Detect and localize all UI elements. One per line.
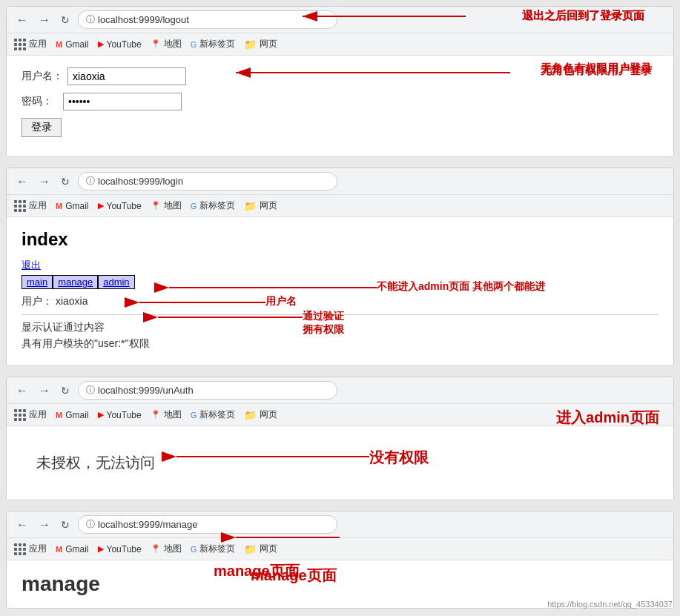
annotation2-perm: 拥有权限 bbox=[303, 323, 344, 337]
bm-youtube-1[interactable]: ▶ YouTube bbox=[98, 39, 142, 50]
bm-gmail-2[interactable]: M Gmail bbox=[56, 201, 89, 211]
bm-gmail-3[interactable]: M Gmail bbox=[56, 410, 89, 420]
bm-web-1[interactable]: 📁 网页 bbox=[244, 38, 277, 50]
bm-youtube-2[interactable]: ▶ YouTube bbox=[98, 201, 142, 211]
google-icon-2: G bbox=[191, 202, 197, 211]
bm-apps-label-3: 应用 bbox=[29, 408, 47, 421]
gmail-icon-1: M bbox=[56, 40, 62, 49]
nav-links-container: main manage admin bbox=[22, 275, 658, 289]
watermark: https://blog.csdn.net/qq_45334037 bbox=[547, 600, 673, 609]
url-box-2[interactable]: ⓘ localhost:9999/login bbox=[78, 172, 337, 191]
lock-icon-1: ⓘ bbox=[86, 13, 95, 26]
annotation1-top: 退出之后回到了登录页面 bbox=[522, 9, 644, 23]
bm-newtab-3[interactable]: G 新标签页 bbox=[191, 408, 236, 421]
forward-btn-2[interactable]: → bbox=[36, 175, 53, 188]
bm-web-2[interactable]: 📁 网页 bbox=[244, 199, 277, 212]
login-button[interactable]: 登录 bbox=[22, 118, 62, 137]
bm-newtab-label-2: 新标签页 bbox=[199, 199, 235, 212]
reload-btn-1[interactable]: ↻ bbox=[59, 14, 72, 26]
maps-icon-3: 📍 bbox=[151, 410, 161, 420]
bm-gmail-label-3: Gmail bbox=[65, 410, 88, 420]
bm-gmail-label-4: Gmail bbox=[65, 544, 88, 554]
address-bar-login: ← → ↻ ⓘ localhost:9999/login bbox=[7, 168, 673, 195]
reload-btn-2[interactable]: ↻ bbox=[59, 176, 72, 188]
back-btn-4[interactable]: ← bbox=[14, 518, 30, 531]
maps-icon-2: 📍 bbox=[151, 201, 161, 211]
logout-link[interactable]: 退出 bbox=[22, 259, 41, 271]
back-btn-3[interactable]: ← bbox=[14, 384, 30, 397]
youtube-icon-4: ▶ bbox=[98, 544, 104, 554]
bookmarks-bar-4: 应用 M Gmail ▶ YouTube 📍 地图 G 新标签页 bbox=[7, 538, 673, 560]
permission-text: 具有用户模块的"user:*"权限 bbox=[22, 337, 150, 349]
back-btn-1[interactable]: ← bbox=[14, 13, 30, 27]
annotation3-noperm: 没有权限 bbox=[369, 448, 429, 468]
url-box-4[interactable]: ⓘ localhost:9999/manage bbox=[78, 515, 337, 534]
bm-newtab-label-4: 新标签页 bbox=[199, 543, 235, 555]
forward-btn-4[interactable]: → bbox=[36, 518, 53, 531]
bm-apps-1[interactable]: 应用 bbox=[14, 38, 47, 50]
index-page-title: index bbox=[22, 229, 658, 250]
password-label: 密码： bbox=[22, 95, 59, 108]
annotation2-user: 用户名 bbox=[265, 295, 297, 308]
bm-web-label-3: 网页 bbox=[260, 408, 277, 421]
address-bar-manage: ← → ↻ ⓘ localhost:9999/manage bbox=[7, 511, 673, 538]
bm-apps-4[interactable]: 应用 bbox=[14, 543, 47, 555]
bm-maps-label-3: 地图 bbox=[164, 408, 182, 421]
google-icon-1: G bbox=[191, 40, 197, 49]
forward-btn-1[interactable]: → bbox=[36, 13, 53, 27]
youtube-icon-3: ▶ bbox=[98, 410, 104, 420]
gmail-icon-2: M bbox=[56, 202, 62, 211]
bm-gmail-4[interactable]: M Gmail bbox=[56, 544, 89, 554]
bm-newtab-2[interactable]: G 新标签页 bbox=[191, 199, 236, 212]
folder-icon-2: 📁 bbox=[244, 200, 257, 212]
username-input[interactable] bbox=[67, 67, 186, 85]
bm-apps-3[interactable]: 应用 bbox=[14, 408, 47, 421]
lock-icon-3: ⓘ bbox=[86, 384, 95, 397]
bm-maps-4[interactable]: 📍 地图 bbox=[151, 543, 182, 555]
lock-icon-4: ⓘ bbox=[86, 518, 95, 531]
folder-icon-4: 📁 bbox=[244, 543, 257, 555]
lock-icon-2: ⓘ bbox=[86, 175, 95, 188]
reload-btn-4[interactable]: ↻ bbox=[59, 519, 72, 531]
user-info-row: 用户： xiaoxia bbox=[22, 295, 658, 308]
bm-newtab-1[interactable]: G 新标签页 bbox=[191, 38, 236, 50]
url-text-4: localhost:9999/manage bbox=[98, 519, 197, 530]
url-box-1[interactable]: ⓘ localhost:9999/logout bbox=[78, 10, 337, 29]
bookmarks-bar-1: 应用 M Gmail ▶ YouTube 📍 地图 G 新标签页 bbox=[7, 33, 673, 56]
bm-apps-2[interactable]: 应用 bbox=[14, 199, 47, 212]
username-label: 用户名： bbox=[22, 70, 63, 83]
unauth-text: 未授权，无法访问 bbox=[22, 438, 170, 488]
bm-newtab-label-1: 新标签页 bbox=[199, 38, 235, 50]
password-input[interactable] bbox=[63, 93, 182, 110]
annotation1-right: 无角色有权限用户登录 bbox=[541, 64, 652, 78]
youtube-icon-1: ▶ bbox=[98, 39, 104, 49]
bm-newtab-label-3: 新标签页 bbox=[199, 408, 235, 421]
bm-youtube-4[interactable]: ▶ YouTube bbox=[98, 544, 142, 554]
reload-btn-3[interactable]: ↻ bbox=[59, 385, 72, 397]
google-icon-3: G bbox=[191, 411, 197, 420]
bm-newtab-4[interactable]: G 新标签页 bbox=[191, 543, 236, 555]
annotation2-nav: 不能进入admin页面 其他两个都能进 bbox=[377, 280, 545, 294]
bm-maps-3[interactable]: 📍 地图 bbox=[151, 408, 182, 421]
gmail-icon-3: M bbox=[56, 411, 62, 420]
bm-maps-1[interactable]: 📍 地图 bbox=[151, 38, 182, 50]
folder-icon-1: 📁 bbox=[244, 39, 257, 50]
annotation4-label: manage页面 bbox=[214, 561, 300, 581]
bm-gmail-1[interactable]: M Gmail bbox=[56, 39, 89, 50]
login-btn-row: 登录 bbox=[22, 118, 658, 137]
back-btn-2[interactable]: ← bbox=[14, 175, 30, 188]
bm-web-4[interactable]: 📁 网页 bbox=[244, 543, 277, 555]
nav-link-manage[interactable]: manage bbox=[53, 275, 98, 289]
bm-web-3[interactable]: 📁 网页 bbox=[244, 408, 277, 421]
forward-btn-3[interactable]: → bbox=[36, 384, 53, 397]
maps-icon-4: 📍 bbox=[151, 544, 161, 554]
annotation3-top: 进入admin页面 bbox=[556, 408, 659, 428]
bm-gmail-label-2: Gmail bbox=[65, 201, 88, 211]
nav-link-main[interactable]: main bbox=[22, 275, 53, 289]
bm-youtube-3[interactable]: ▶ YouTube bbox=[98, 410, 142, 420]
url-box-3[interactable]: ⓘ localhost:9999/unAuth bbox=[78, 381, 337, 400]
youtube-icon-2: ▶ bbox=[98, 201, 104, 211]
bm-maps-2[interactable]: 📍 地图 bbox=[151, 199, 182, 212]
nav-link-admin[interactable]: admin bbox=[98, 275, 134, 289]
bm-web-label-4: 网页 bbox=[260, 543, 277, 555]
